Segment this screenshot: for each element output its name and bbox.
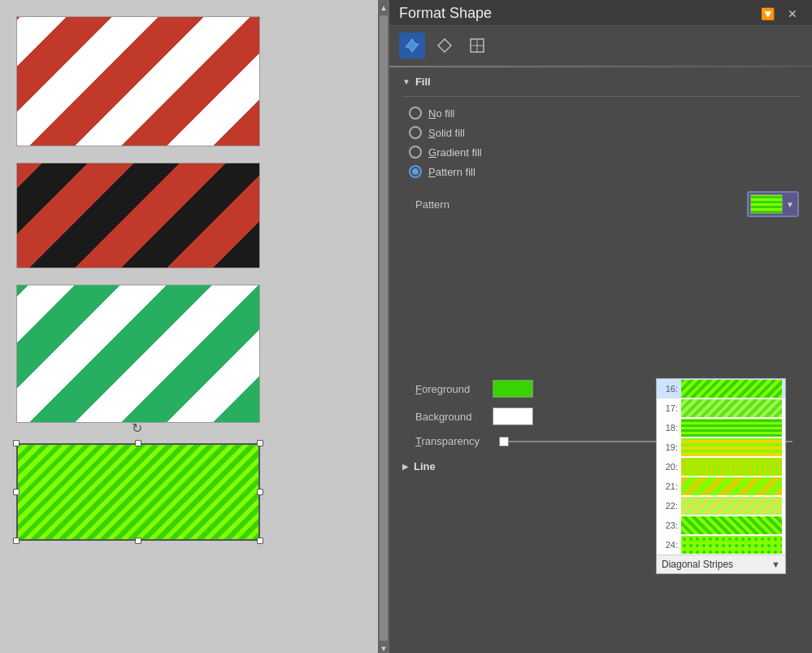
gradient-fill-option[interactable]: Gradient fill	[409, 146, 799, 159]
transparency-label: Transparency	[415, 435, 493, 447]
shape2-pattern	[17, 163, 259, 268]
pattern-dropdown-arrow: ▼	[784, 200, 796, 209]
solid-fill-option[interactable]: Solid fill	[409, 126, 799, 139]
dropdown-item-21[interactable]: 21:	[657, 477, 785, 496]
panel-toolbar	[389, 26, 812, 66]
pattern-fill-radio[interactable]	[409, 165, 422, 178]
pattern-row: Pattern ▼	[415, 191, 799, 217]
format-panel: Format Shape 🔽 ✕	[389, 0, 812, 653]
canvas-area: ↻	[0, 0, 378, 653]
item-19-num: 19:	[660, 442, 678, 452]
shape4-pattern	[18, 445, 258, 539]
fill-section-title: Fill	[415, 76, 431, 88]
dropdown-footer-arrow-icon: ▼	[771, 559, 780, 569]
dropdown-item-18[interactable]: 18:	[657, 418, 785, 438]
panel-close-button[interactable]: ✕	[783, 6, 802, 22]
fill-radio-group: No fill Solid fill Gradient fill Pattern…	[402, 107, 799, 178]
pattern-select-button[interactable]: ▼	[747, 191, 799, 217]
effects-icon[interactable]	[432, 33, 458, 59]
item-20-num: 20:	[660, 462, 678, 472]
no-fill-label: No fill	[428, 107, 455, 120]
item-22-num: 22:	[660, 501, 678, 511]
background-label: Background	[415, 411, 493, 423]
transparency-slider-thumb[interactable]	[499, 437, 509, 446]
solid-fill-label: Solid fill	[428, 127, 465, 139]
shape3-pattern	[17, 285, 259, 422]
panel-collapse-button[interactable]: 🔽	[756, 6, 779, 22]
gradient-fill-radio[interactable]	[409, 146, 422, 159]
line-arrow-icon: ▶	[402, 462, 409, 471]
dropdown-item-22[interactable]: 22:	[657, 496, 785, 516]
fill-line-icon[interactable]	[399, 33, 425, 59]
dropdown-footer-text: Diagonal Stripes	[662, 559, 733, 570]
svg-marker-0	[406, 39, 419, 52]
dropdown-item-16[interactable]: 16:	[657, 379, 785, 398]
pattern-label: Pattern	[415, 198, 505, 211]
fill-section-header[interactable]: ▼ Fill	[402, 76, 799, 88]
item-18-num: 18:	[660, 423, 678, 433]
pattern-dropdown-list[interactable]: 16: 17: 18:	[656, 378, 786, 574]
background-color-button[interactable]	[493, 407, 533, 425]
scroll-down-arrow[interactable]: ▼	[380, 644, 388, 653]
line-section-title: Line	[414, 460, 436, 472]
shape3-container[interactable]	[16, 285, 260, 423]
no-fill-option[interactable]: No fill	[409, 107, 799, 120]
pattern-fill-option[interactable]: Pattern fill	[409, 165, 799, 178]
size-properties-icon[interactable]	[464, 33, 490, 59]
dropdown-footer: Diagonal Stripes ▼	[657, 555, 785, 573]
pattern-fill-label: Pattern fill	[428, 166, 475, 178]
dropdown-item-19[interactable]: 19:	[657, 438, 785, 457]
item-16-pattern	[681, 380, 782, 398]
shape4-container[interactable]	[16, 443, 260, 541]
panel-controls: 🔽 ✕	[756, 6, 802, 22]
solid-fill-radio[interactable]	[409, 126, 422, 139]
dropdown-scroll-area[interactable]: 16: 17: 18:	[657, 379, 785, 555]
item-22-pattern	[681, 497, 782, 515]
item-21-pattern	[681, 477, 782, 495]
item-24-pattern	[681, 536, 782, 554]
item-24-num: 24:	[660, 540, 678, 550]
item-20-pattern	[681, 458, 782, 476]
shape1-pattern	[17, 17, 259, 146]
pattern-control: ▼ 16: 17:	[747, 191, 799, 217]
item-17-num: 17:	[660, 403, 678, 413]
pattern-preview-icon	[750, 194, 783, 214]
panel-header: Format Shape 🔽 ✕	[389, 0, 812, 26]
panel-title: Format Shape	[399, 5, 492, 22]
pattern-fill-options: Pattern ▼	[402, 191, 799, 447]
item-17-pattern	[681, 399, 782, 417]
no-fill-radio[interactable]	[409, 107, 422, 120]
gradient-fill-label: Gradient fill	[428, 146, 482, 159]
fill-arrow-icon: ▼	[402, 77, 410, 86]
item-23-num: 23:	[660, 520, 678, 530]
dropdown-item-24[interactable]: 24:	[657, 535, 785, 555]
item-23-pattern	[681, 516, 782, 534]
scrollbar-thumb[interactable]	[380, 15, 388, 641]
shape1-container[interactable]	[16, 16, 260, 146]
foreground-label: Foreground	[415, 383, 493, 395]
dropdown-item-23[interactable]: 23:	[657, 516, 785, 535]
shape4-wrapper: ↻	[16, 443, 260, 543]
dropdown-item-20[interactable]: 20:	[657, 457, 785, 477]
shape2-container[interactable]	[16, 163, 260, 268]
item-19-pattern	[681, 438, 782, 456]
item-16-num: 16:	[660, 384, 678, 394]
dropdown-item-17[interactable]: 17:	[657, 398, 785, 418]
item-18-pattern	[681, 419, 782, 437]
panel-content: ▼ Fill No fill Solid fill Gradient fill …	[389, 67, 812, 653]
svg-marker-1	[438, 39, 451, 52]
foreground-color-button[interactable]	[493, 380, 533, 398]
rotate-handle[interactable]: ↻	[132, 420, 142, 436]
item-21-num: 21:	[660, 481, 678, 491]
scroll-up-arrow[interactable]: ▲	[380, 3, 388, 12]
